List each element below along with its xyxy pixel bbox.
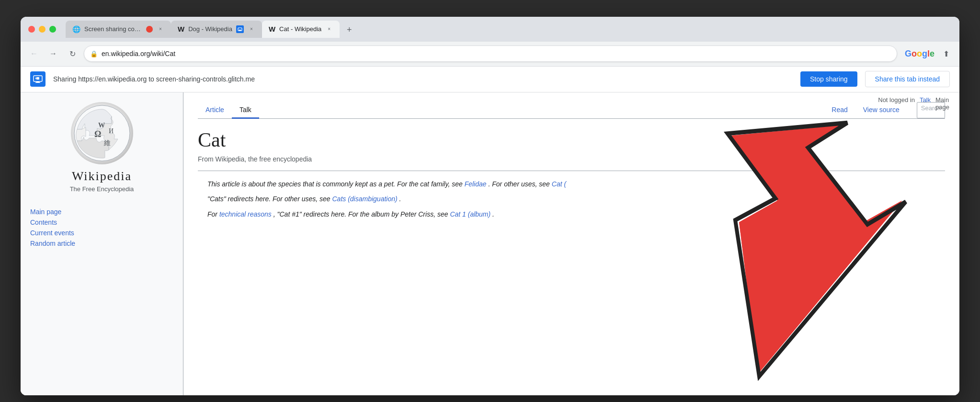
sharing-banner: Sharing https://en.wikipedia.org to scre…	[21, 67, 959, 92]
wiki-tab-talk[interactable]: Talk	[232, 102, 259, 119]
tab-sharing-icon	[236, 25, 244, 33]
back-button[interactable]: ←	[26, 46, 42, 61]
svg-rect-6	[36, 77, 39, 80]
forward-button[interactable]: →	[46, 46, 61, 61]
tab-cat-wikipedia-close[interactable]: ×	[325, 25, 333, 33]
article-divider	[198, 171, 945, 171]
wiki-tab-read[interactable]: Read	[824, 102, 855, 119]
wiki-tab-article[interactable]: Article	[198, 102, 232, 119]
back-icon: ←	[30, 49, 38, 58]
svg-marker-7	[35, 77, 36, 80]
forward-icon: →	[49, 49, 57, 58]
svg-rect-1	[239, 30, 241, 31]
wiki-nav-contents[interactable]: Contents	[30, 218, 173, 226]
tab-dog-wikipedia-close[interactable]: ×	[248, 25, 255, 33]
sharing-banner-text: Sharing https://en.wikipedia.org to scre…	[53, 75, 793, 83]
tabs-container: 🌐 Screen sharing controls × W Dog - Wiki…	[66, 21, 952, 38]
tab-dog-wikipedia-title: Dog - Wikipedia	[188, 25, 232, 33]
wiki-nav-random-article[interactable]: Random article	[30, 240, 173, 247]
svg-text:維: 維	[103, 139, 111, 147]
reload-icon: ↻	[69, 49, 76, 58]
new-tab-button[interactable]: +	[342, 23, 357, 38]
nav-bar: ← → ↻ 🔒 en.wikipedia.org/wiki/Cat Google…	[21, 42, 959, 67]
reload-button[interactable]: ↻	[65, 46, 80, 61]
wiki-nav-links: Main page Contents Current events Random…	[30, 208, 173, 247]
wikipedia-w-icon-cat: W	[269, 25, 275, 33]
article-subtitle: From Wikipedia, the free encyclopedia	[198, 155, 945, 163]
wiki-user-links: Not logged in Talk Main page	[878, 96, 950, 111]
wikipedia-tagline: The Free Encyclopedia	[70, 185, 134, 193]
cat1-album-link[interactable]: Cat 1 (album)	[450, 210, 490, 218]
wiki-talk-link[interactable]: Talk	[920, 96, 931, 111]
wikipedia-name: Wikipedia	[72, 169, 132, 184]
globe-icon: 🌐	[72, 25, 80, 33]
traffic-lights	[28, 26, 56, 33]
title-bar: 🌐 Screen sharing controls × W Dog - Wiki…	[21, 17, 959, 42]
address-bar[interactable]: 🔒 en.wikipedia.org/wiki/Cat	[84, 46, 897, 62]
share-icon: ⬆	[943, 49, 949, 58]
screen-share-icon	[30, 71, 46, 87]
wiki-nav-current-events[interactable]: Current events	[30, 229, 173, 237]
traffic-light-green[interactable]	[49, 26, 56, 33]
tab-screen-sharing-close[interactable]: ×	[157, 25, 164, 33]
svg-text:Ω: Ω	[94, 129, 101, 139]
wiki-nav-main-page[interactable]: Main page	[30, 208, 173, 216]
tab-dog-wikipedia[interactable]: W Dog - Wikipedia ×	[171, 21, 262, 38]
wikipedia-globe-logo: Ω W 維 И	[71, 102, 133, 164]
svg-rect-5	[35, 82, 40, 83]
main-content: Ω W 維 И Wikipedia The Free Encyclopedia …	[21, 92, 959, 395]
cat-link[interactable]: Cat (	[552, 180, 566, 188]
not-logged-in-text: Not logged in	[878, 96, 915, 111]
wiki-article-tabs: Article Talk Read View source Search	[198, 102, 945, 119]
wiki-hatnote: This article is about the species that i…	[198, 179, 945, 220]
recording-dot	[146, 26, 153, 33]
stop-sharing-button[interactable]: Stop sharing	[800, 71, 857, 87]
svg-rect-2	[239, 30, 241, 31]
cor-partial-text: Main page	[935, 96, 950, 111]
article-title: Cat	[198, 128, 945, 151]
wiki-sidebar: Ω W 維 И Wikipedia The Free Encyclopedia …	[21, 92, 183, 395]
browser-window: 🌐 Screen sharing controls × W Dog - Wiki…	[21, 17, 959, 395]
tab-screen-sharing-title: Screen sharing controls	[84, 25, 142, 33]
lock-icon: 🔒	[90, 50, 98, 57]
tab-cat-wikipedia-title: Cat - Wikipedia	[279, 25, 321, 33]
tab-screen-sharing[interactable]: 🌐 Screen sharing controls ×	[66, 21, 171, 38]
svg-text:W: W	[98, 122, 105, 129]
svg-text:И: И	[109, 127, 114, 135]
wikipedia-w-icon-dog: W	[178, 25, 184, 33]
wiki-article: Not logged in Talk Main page Article Tal…	[183, 92, 959, 395]
url-text: en.wikipedia.org/wiki/Cat	[102, 50, 891, 57]
traffic-light-red[interactable]	[28, 26, 35, 33]
felidae-link[interactable]: Felidae	[465, 180, 487, 188]
cats-disambiguation-link[interactable]: Cats (disambiguation)	[332, 195, 398, 203]
technical-reasons-link[interactable]: technical reasons	[219, 210, 272, 218]
google-logo: Google	[905, 49, 934, 59]
wiki-logo-container: Ω W 維 И Wikipedia The Free Encyclopedia	[30, 102, 173, 202]
traffic-light-yellow[interactable]	[39, 26, 46, 33]
tab-cat-wikipedia[interactable]: W Cat - Wikipedia ×	[262, 21, 340, 38]
share-tab-instead-button[interactable]: Share this tab instead	[865, 71, 950, 87]
share-page-button[interactable]: ⬆	[938, 46, 954, 61]
